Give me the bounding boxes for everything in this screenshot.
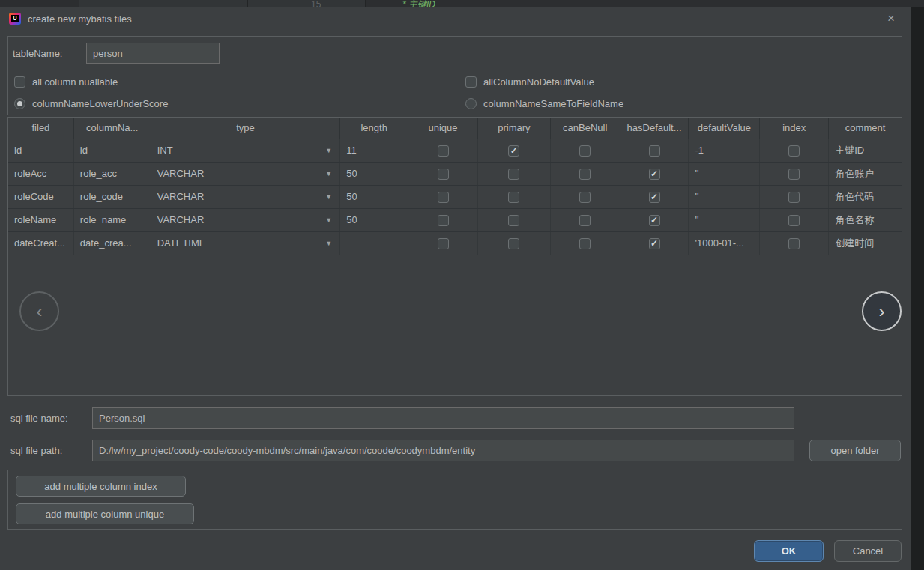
cell-length[interactable] [340,232,408,255]
cell-columnName[interactable]: id [74,139,151,162]
checkbox-icon [788,145,800,157]
cell-hasDefault-checkbox[interactable] [620,139,689,162]
cell-comment[interactable]: 创建时间 [829,232,902,255]
cell-primary-checkbox[interactable] [478,186,551,208]
cell-length[interactable]: 11 [340,139,408,162]
type-value: VARCHAR [157,209,205,231]
cell-hasDefault-checkbox[interactable] [620,232,689,255]
previous-page-button[interactable]: ‹ [19,291,59,331]
cell-unique-checkbox[interactable] [408,163,478,185]
cell-index-checkbox[interactable] [760,209,829,231]
cell-index-checkbox[interactable] [760,186,829,208]
checkbox-icon [438,145,449,157]
cell-comment[interactable]: 主键ID [829,139,902,162]
column-name-same-to-field-radio[interactable]: columnNameSameToFieldName [465,97,623,109]
cell-unique-checkbox[interactable] [408,186,478,208]
cell-hasDefault-checkbox[interactable] [620,209,689,231]
column-header-type[interactable]: type [151,118,341,139]
cell-canBeNull-checkbox[interactable] [551,163,620,185]
next-page-button[interactable]: › [862,291,902,331]
cell-type-dropdown[interactable]: DATETIME▼ [151,232,341,255]
cell-index-checkbox[interactable] [760,163,829,185]
column-header-primary[interactable]: primary [478,118,551,139]
checkbox-icon [438,215,449,226]
cell-primary-checkbox[interactable] [478,209,551,231]
cell-hasDefault-checkbox[interactable] [620,163,689,185]
checkbox-icon [508,192,519,203]
cell-defaultValue[interactable]: '' [689,163,760,185]
checkbox-icon [438,238,449,249]
column-header-columnName[interactable]: columnNa... [74,118,151,139]
checkbox-icon [788,238,800,249]
all-column-nullable-checkbox[interactable]: all column nuallable [14,76,118,88]
column-header-hasDefault[interactable]: hasDefault... [620,118,689,139]
cancel-button[interactable]: Cancel [834,540,902,562]
cell-canBeNull-checkbox[interactable] [551,139,620,162]
cell-comment[interactable]: 角色代码 [829,186,902,208]
cell-index-checkbox[interactable] [760,232,829,255]
cell-type-dropdown[interactable]: INT▼ [151,139,341,162]
sql-file-name-input[interactable] [92,407,794,429]
cell-filed[interactable]: dateCreat... [8,232,74,255]
cell-hasDefault-checkbox[interactable] [620,186,689,208]
cell-unique-checkbox[interactable] [408,232,478,255]
column-header-canBeNull[interactable]: canBeNull [551,118,620,139]
cell-canBeNull-checkbox[interactable] [551,209,620,231]
chevron-down-icon: ▼ [325,232,332,255]
column-header-filed[interactable]: filed [8,118,74,139]
all-column-no-default-checkbox[interactable]: allColumnNoDefaultValue [465,76,594,88]
cell-primary-checkbox[interactable] [478,163,551,185]
cell-comment[interactable]: 角色账户 [829,163,902,185]
cell-columnName[interactable]: date_crea... [74,232,151,255]
checkbox-icon [788,215,800,226]
column-header-unique[interactable]: unique [408,118,478,139]
chevron-down-icon: ▼ [325,139,332,162]
cell-comment[interactable]: 角色名称 [829,209,902,231]
cell-type-dropdown[interactable]: VARCHAR▼ [151,163,341,185]
cell-defaultValue[interactable]: '' [689,209,760,231]
column-header-defaultValue[interactable]: defaultValue [689,118,760,139]
cell-canBeNull-checkbox[interactable] [551,232,620,255]
column-header-length[interactable]: length [340,118,408,139]
checkbox-icon [649,169,660,180]
cell-length[interactable]: 50 [340,186,408,208]
cell-canBeNull-checkbox[interactable] [551,186,620,208]
column-header-comment[interactable]: comment [829,118,902,139]
ok-button[interactable]: OK [754,540,824,562]
checkbox-icon [579,145,591,157]
table-name-input[interactable] [86,43,220,64]
cell-defaultValue[interactable]: -1 [689,139,760,162]
cell-type-dropdown[interactable]: VARCHAR▼ [151,209,341,231]
background-grid-line [365,0,366,7]
cell-columnName[interactable]: role_code [74,186,151,208]
dialog-titlebar[interactable]: U create new mybatis files × [0,7,911,30]
cell-filed[interactable]: roleAcc [8,163,74,185]
column-name-lower-underscore-radio[interactable]: columnNameLowerUnderScore [14,97,168,109]
close-icon[interactable]: × [884,11,899,26]
checkbox-icon [508,169,519,180]
cell-filed[interactable]: roleCode [8,186,74,208]
column-header-index[interactable]: index [760,118,829,139]
cell-columnName[interactable]: role_acc [74,163,151,185]
checkbox-icon [788,169,800,180]
cell-defaultValue[interactable]: '1000-01-... [689,232,760,255]
form-panel: tableName: all column nuallable allColum… [7,36,902,115]
cell-primary-checkbox[interactable] [478,139,551,162]
checkbox-icon [508,238,519,249]
cell-columnName[interactable]: role_name [74,209,151,231]
cell-type-dropdown[interactable]: VARCHAR▼ [151,186,341,208]
sql-file-path-input[interactable] [92,440,794,461]
cell-unique-checkbox[interactable] [408,209,478,231]
cell-primary-checkbox[interactable] [478,232,551,255]
cell-unique-checkbox[interactable] [408,139,478,162]
cell-length[interactable]: 50 [340,209,408,231]
cell-defaultValue[interactable]: '' [689,186,760,208]
sql-file-name-label: sql file name: [10,413,68,424]
cell-filed[interactable]: roleName [8,209,74,231]
cell-filed[interactable]: id [8,139,74,162]
add-multiple-column-unique-button[interactable]: add multiple column unique [16,503,194,524]
cell-index-checkbox[interactable] [760,139,829,162]
open-folder-button[interactable]: open folder [809,440,901,461]
cell-length[interactable]: 50 [340,163,408,185]
add-multiple-column-index-button[interactable]: add multiple column index [16,476,186,497]
